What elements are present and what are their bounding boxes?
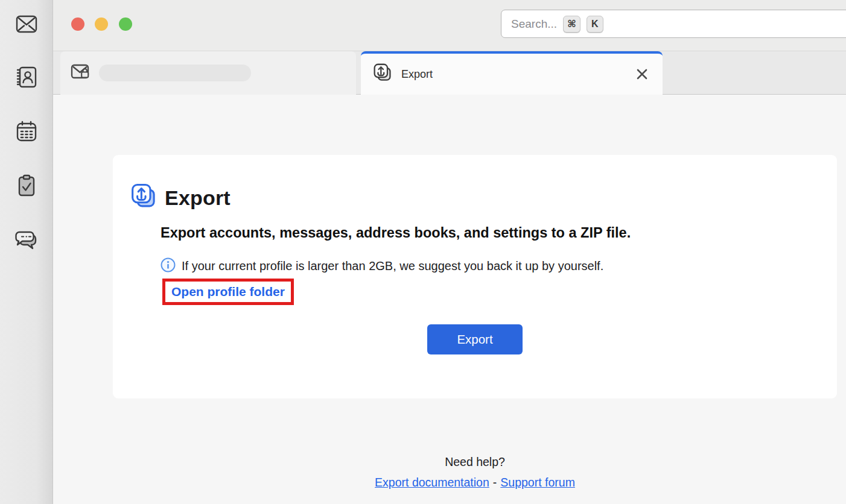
export-heading: Export accounts, messages, address books… [161,225,631,241]
sidebar-item-calendar[interactable] [13,118,40,145]
tab-title-placeholder [99,65,251,81]
tab-export-label: Export [401,68,433,81]
window-close-button[interactable] [71,17,84,31]
export-button[interactable]: Export [427,324,523,354]
tasks-icon [14,174,39,198]
chat-icon [14,228,39,252]
window-titlebar: Search... ⌘ K [53,0,846,51]
tab-mail[interactable] [60,51,356,95]
export-documentation-link[interactable]: Export documentation [375,476,489,489]
support-forum-link[interactable]: Support forum [500,476,575,489]
info-icon [161,257,176,275]
mail-icon [14,12,39,36]
address-book-icon [14,65,39,89]
sidebar-item-address-book[interactable] [13,64,40,90]
annotation-highlight-box: Open profile folder [162,279,294,305]
export-card: Export Export accounts, messages, addres… [113,155,837,398]
info-row: If your current profile is larger than 2… [161,257,603,275]
export-title-row: Export [130,183,231,212]
search-input[interactable]: Search... ⌘ K [501,10,846,38]
tab-export[interactable]: Export [361,51,663,95]
need-help-text: Need help? [53,455,846,469]
link-separator: - [493,476,497,489]
k-keycap: K [587,16,603,33]
calendar-icon [14,119,39,143]
sidebar-item-tasks[interactable] [13,172,40,199]
window-zoom-button[interactable] [119,17,132,31]
sidebar-item-chat[interactable] [13,227,40,253]
tab-close-button[interactable] [632,65,652,84]
window-minimize-button[interactable] [95,17,108,31]
export-tab-icon [373,63,392,85]
close-icon [635,67,649,81]
sidebar-item-mail[interactable] [13,11,40,37]
page-title: Export [165,186,231,210]
mail-lock-icon [71,63,91,83]
tab-bar: Export [53,51,846,95]
cmd-keycap: ⌘ [563,16,580,33]
info-text: If your current profile is larger than 2… [182,259,603,273]
open-profile-folder-link[interactable]: Open profile folder [171,285,285,298]
search-placeholder: Search... [511,17,557,31]
spaces-sidebar [0,0,53,504]
export-tab-content: Export Export accounts, messages, addres… [53,95,846,504]
export-icon [130,183,157,212]
help-links-row: Export documentation-Support forum [53,476,846,490]
